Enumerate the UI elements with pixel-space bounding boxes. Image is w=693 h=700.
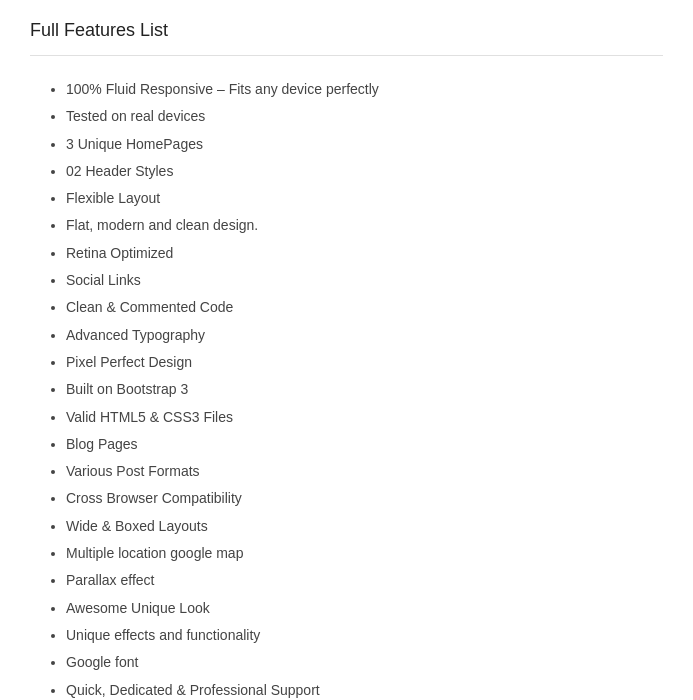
list-item: Awesome Unique Look	[66, 595, 663, 622]
list-item: Flat, modern and clean design.	[66, 212, 663, 239]
list-item: 100% Fluid Responsive – Fits any device …	[66, 76, 663, 103]
page-title: Full Features List	[30, 20, 663, 41]
list-item: Multiple location google map	[66, 540, 663, 567]
list-item: Social Links	[66, 267, 663, 294]
list-item: Advanced Typography	[66, 322, 663, 349]
features-list: 100% Fluid Responsive – Fits any device …	[30, 76, 663, 700]
list-item: Built on Bootstrap 3	[66, 376, 663, 403]
list-item: Flexible Layout	[66, 185, 663, 212]
list-item: 3 Unique HomePages	[66, 131, 663, 158]
list-item: Quick, Dedicated & Professional Support	[66, 677, 663, 700]
list-item: Cross Browser Compatibility	[66, 485, 663, 512]
list-item: Wide & Boxed Layouts	[66, 513, 663, 540]
list-item: 02 Header Styles	[66, 158, 663, 185]
list-item: Valid HTML5 & CSS3 Files	[66, 404, 663, 431]
list-item: Clean & Commented Code	[66, 294, 663, 321]
list-item: Pixel Perfect Design	[66, 349, 663, 376]
list-item: Tested on real devices	[66, 103, 663, 130]
list-item: Blog Pages	[66, 431, 663, 458]
page-container: Full Features List 100% Fluid Responsive…	[0, 0, 693, 700]
list-item: Unique effects and functionality	[66, 622, 663, 649]
list-item: Retina Optimized	[66, 240, 663, 267]
list-item: Various Post Formats	[66, 458, 663, 485]
list-item: Google font	[66, 649, 663, 676]
divider	[30, 55, 663, 56]
list-item: Parallax effect	[66, 567, 663, 594]
